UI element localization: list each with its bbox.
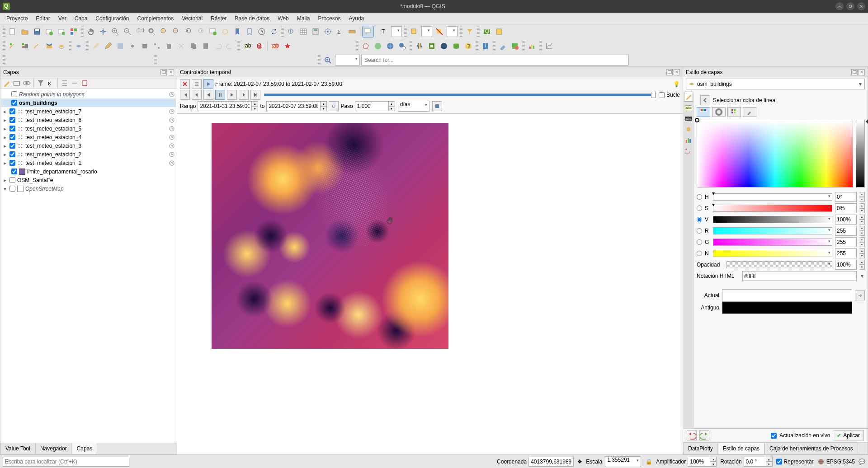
label-rule-button[interactable]: abc	[254, 40, 265, 52]
layer-visibility-checkbox[interactable]	[11, 91, 17, 97]
param-r-input[interactable]	[835, 226, 857, 236]
colormode-wheel[interactable]	[712, 107, 726, 117]
temporal-prev-button[interactable]	[192, 90, 202, 100]
tab-value-tool[interactable]: Value Tool	[0, 443, 35, 454]
layer-visibility-checkbox[interactable]	[9, 151, 15, 157]
measure-button[interactable]	[346, 26, 358, 37]
layer-add-group-button[interactable]	[12, 79, 21, 88]
expand-toggle[interactable]: ▸	[2, 143, 8, 149]
layer-collapse-button[interactable]	[70, 79, 79, 88]
param-b-input[interactable]	[835, 248, 857, 258]
toolbar-grip[interactable]	[281, 27, 284, 37]
window-minimize-button[interactable]	[835, 2, 844, 10]
layer-row[interactable]: limite_departamental_rosario	[1, 167, 176, 176]
swap-color-button[interactable]	[855, 290, 865, 300]
opacity-input[interactable]	[835, 260, 857, 270]
menu-ver[interactable]: Ver	[55, 14, 70, 23]
style-tab-masks[interactable]: abc	[684, 113, 693, 123]
toolbar-grip[interactable]	[539, 41, 542, 51]
pan-map-button[interactable]	[85, 26, 97, 37]
layer-row[interactable]: ▸test_meteo_estacion_3	[1, 141, 176, 150]
expand-toggle[interactable]: ▸	[2, 134, 8, 140]
locate-provider-selector[interactable]	[335, 55, 360, 66]
param-g-bar[interactable]	[713, 239, 832, 246]
param-g-input[interactable]	[835, 237, 857, 247]
menu-ayuda[interactable]: Ayuda	[345, 14, 368, 23]
temporal-slider-thumb[interactable]	[651, 92, 656, 98]
temporal-range-button[interactable]	[192, 79, 202, 89]
expand-toggle[interactable]: ▸	[2, 160, 8, 166]
new-geopackage-button[interactable]	[43, 40, 55, 52]
style-tab-labels[interactable]: abc	[684, 103, 693, 112]
select-mode-selector[interactable]	[421, 26, 432, 37]
style-layer-selector[interactable]: osm_buildings	[686, 79, 865, 89]
value-strip[interactable]	[856, 120, 865, 187]
toolbar-grip[interactable]	[81, 27, 84, 37]
layer-expression-button[interactable]: ε	[46, 79, 55, 88]
zoom-next-button[interactable]	[195, 26, 207, 37]
layer-row[interactable]: Random points in polygons	[1, 90, 176, 98]
temporal-close-button[interactable]: ×	[674, 69, 680, 75]
temporal-next-button[interactable]	[239, 90, 249, 100]
param-v-input[interactable]	[835, 215, 857, 225]
lock-icon[interactable]: 🔒	[646, 459, 652, 465]
temporal-end-button[interactable]	[250, 90, 260, 100]
toolbar-grip[interactable]	[493, 41, 495, 51]
param-h-input[interactable]	[835, 192, 857, 202]
tab-navegador[interactable]: Navegador	[35, 443, 72, 454]
layer-visibility-checkbox[interactable]	[11, 100, 17, 106]
toggle-editing-button[interactable]	[102, 40, 114, 52]
expand-toggle[interactable]: ▾	[2, 186, 8, 192]
style-undo-button[interactable]	[687, 431, 697, 440]
menu-proyecto[interactable]: Proyecto	[3, 14, 31, 23]
new-3d-view-button[interactable]	[219, 26, 231, 37]
show-layout-manager-button[interactable]	[56, 26, 67, 37]
layer-row[interactable]: ▸test_meteo_estacion_2	[1, 150, 176, 159]
scale-selector[interactable]: 1:355291	[605, 456, 641, 467]
param-h-bar[interactable]: ▾	[713, 193, 832, 201]
window-close-button[interactable]	[857, 2, 865, 10]
param-b-bar[interactable]	[713, 250, 832, 257]
expand-toggle[interactable]: ▸	[2, 117, 8, 123]
menu-web[interactable]: Web	[274, 14, 292, 23]
map-canvas[interactable]	[177, 114, 683, 454]
layer-row[interactable]: ▸test_meteo_estacion_7	[1, 107, 176, 116]
text-annotation-button[interactable]: T	[378, 26, 390, 37]
temporal-play-back-button[interactable]	[203, 90, 213, 100]
layer-visibility-checkbox[interactable]	[11, 168, 17, 174]
tab-dataplotly[interactable]: DataPlotly	[683, 443, 718, 454]
identify-button[interactable]: i	[285, 26, 297, 37]
color-swatch-marker[interactable]	[695, 118, 699, 122]
diagram-button[interactable]: abc	[269, 40, 281, 52]
open-project-button[interactable]	[19, 26, 31, 37]
deselect-mode-selector[interactable]	[447, 26, 458, 37]
toolbar-grip[interactable]	[522, 41, 525, 51]
param-r-bar[interactable]	[713, 227, 832, 234]
temporal-animate-button[interactable]	[203, 79, 213, 89]
layers-tree[interactable]: Random points in polygonsosm_buildings▸t…	[0, 89, 177, 443]
new-virtual-layer-button[interactable]	[73, 40, 85, 52]
map-tips-button[interactable]	[362, 26, 374, 37]
param-b-radio[interactable]	[697, 251, 702, 256]
menu-editar[interactable]: Editar	[32, 14, 53, 23]
new-bookmark-button[interactable]	[231, 26, 243, 37]
new-print-layout-button[interactable]	[43, 26, 55, 37]
toolbar-grip[interactable]	[404, 27, 407, 37]
histogram-button[interactable]	[526, 40, 538, 52]
select-features-button[interactable]	[408, 26, 420, 37]
apply-button[interactable]: ✔Aplicar	[833, 431, 864, 440]
param-v-radio[interactable]	[697, 217, 702, 222]
opacity-bar[interactable]	[726, 261, 832, 268]
layer-style-button[interactable]	[2, 79, 11, 88]
temporal-pause-button[interactable]	[215, 90, 225, 100]
edit-script-button[interactable]	[497, 40, 509, 52]
attribute-table-button[interactable]	[297, 26, 309, 37]
render-checkbox[interactable]	[776, 457, 782, 467]
layer-visibility-checkbox[interactable]	[9, 160, 15, 166]
layer-row[interactable]: ▸test_meteo_estacion_4	[1, 133, 176, 141]
style-redo-button[interactable]	[699, 431, 709, 440]
annotation-selector[interactable]	[391, 26, 402, 37]
param-s-radio[interactable]	[697, 206, 702, 211]
temporal-end-input[interactable]: ▴▾	[266, 101, 327, 111]
globe-search-button[interactable]	[396, 40, 408, 52]
